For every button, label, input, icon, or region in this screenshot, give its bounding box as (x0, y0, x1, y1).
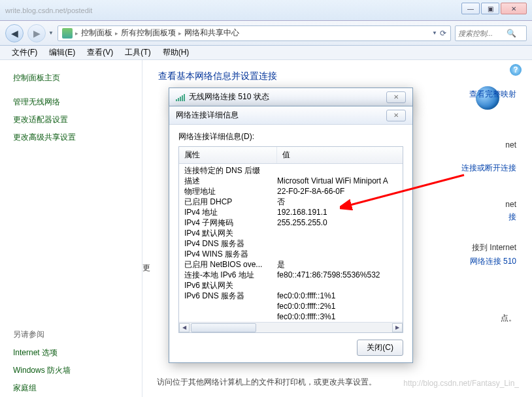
dot-label: 点。 (461, 313, 516, 324)
history-dropdown-icon[interactable]: ▼ (48, 30, 54, 36)
bottom-text: 访问位于其他网络计算机上的文件和打印机，或更改共享设置。 (157, 377, 376, 388)
cell-value (277, 249, 397, 259)
help-icon[interactable]: ? (510, 64, 522, 76)
window-controls: — ▣ ✕ (461, 3, 527, 14)
menu-file[interactable]: 文件(F) (7, 46, 42, 59)
scroll-thumb[interactable] (191, 323, 256, 332)
breadcrumb-dropdown-icon[interactable]: ▼ (432, 30, 437, 36)
table-row[interactable]: 物理地址22-F0-2F-8A-66-0F (179, 186, 403, 197)
net-label: net (505, 140, 516, 150)
table-row[interactable]: IPv4 默认网关 (179, 228, 403, 238)
cell-value: Microsoft Virtual WiFi Miniport A (277, 176, 397, 186)
watermark: http://blog.csdn.net/Fantasy_Lin_ (403, 379, 519, 388)
cell-value: 是 (277, 259, 397, 270)
breadcrumb-sep: ▸ (75, 30, 78, 37)
table-row[interactable]: IPv4 DNS 服务器 (179, 238, 403, 249)
menu-tools[interactable]: 工具(T) (120, 46, 156, 59)
table-row[interactable]: 描述Microsoft Virtual WiFi Miniport A (179, 176, 403, 186)
table-row[interactable]: fec0:0:0:ffff::2%1 (179, 301, 403, 311)
cell-property: IPv4 子网掩码 (184, 217, 277, 228)
refresh-icon[interactable]: ⟳ (440, 29, 446, 38)
extra-link[interactable]: 接 (461, 212, 516, 223)
sidebar: 控制面板主页 管理无线网络 更改适配器设置 更改高级共享设置 另请参阅 Inte… (0, 60, 142, 397)
cell-property: IPv6 默认网关 (184, 280, 277, 291)
table-row[interactable]: IPv6 默认网关 (179, 280, 403, 291)
network-details-dialog: 网络连接详细信息 ✕ 网络连接详细信息(D): 属性 值 连接特定的 DNS 后… (169, 106, 413, 363)
table-row[interactable]: IPv4 地址192.168.191.1 (179, 207, 403, 217)
breadcrumb-item[interactable]: 控制面板 (81, 27, 112, 39)
cell-property: IPv4 WINS 服务器 (184, 249, 277, 259)
menu-view[interactable]: 查看(V) (82, 46, 118, 59)
cell-value: fec0:0:0:ffff::1%1 (277, 291, 397, 301)
menu-help[interactable]: 帮助(H) (158, 46, 195, 59)
nav-toolbar: ◀ ▶ ▼ ▸ 控制面板 ▸ 所有控制面板项 ▸ 网络和共享中心 ▼ ⟳ 🔍 (0, 21, 532, 46)
cell-property: IPv4 地址 (184, 207, 277, 217)
partial-text: 更 (142, 262, 150, 274)
col-value[interactable]: 值 (277, 147, 403, 163)
breadcrumb-item[interactable]: 所有控制面板项 (121, 27, 176, 39)
cell-property (184, 301, 277, 311)
col-property[interactable]: 属性 (179, 147, 277, 163)
search-box[interactable]: 🔍 (455, 25, 527, 41)
detail-table: 属性 值 连接特定的 DNS 后缀描述Microsoft Virtual WiF… (178, 146, 403, 333)
table-row[interactable]: IPv6 DNS 服务器fec0:0:0:ffff::1%1 (179, 291, 403, 301)
table-row[interactable]: IPv4 WINS 服务器 (179, 249, 403, 259)
search-icon[interactable]: 🔍 (507, 29, 516, 38)
horizontal-scrollbar[interactable]: ◀ ▶ (179, 322, 403, 332)
cell-value: 255.255.255.0 (277, 217, 397, 228)
dialog-titlebar[interactable]: 无线网络连接 510 状态 ✕ (169, 88, 412, 106)
cell-property: 已启用 NetBIOS ove... (184, 259, 277, 270)
search-input[interactable] (458, 29, 504, 37)
cell-property: IPv6 DNS 服务器 (184, 291, 277, 301)
cell-property: 物理地址 (184, 186, 277, 197)
table-header: 属性 值 (179, 147, 403, 164)
cell-value (277, 228, 397, 238)
connect-disconnect-link[interactable]: 连接或断开连接 (461, 163, 516, 174)
scroll-right-icon[interactable]: ▶ (392, 323, 403, 332)
sidebar-home[interactable]: 控制面板主页 (0, 69, 142, 87)
full-map-link[interactable]: 查看完整映射 (461, 89, 516, 100)
breadcrumb-sep: ▸ (178, 30, 182, 37)
cell-property: 连接特定的 DNS 后缀 (184, 165, 277, 176)
table-row[interactable]: 已启用 NetBIOS ove...是 (179, 259, 403, 270)
dialog-title-text: 网络连接详细信息 (176, 110, 239, 121)
cell-property: 描述 (184, 176, 277, 186)
dialog-close-button[interactable]: ✕ (386, 110, 406, 121)
sidebar-item-internet-options[interactable]: Internet 选项 (0, 344, 142, 362)
cell-property: IPv4 默认网关 (184, 228, 277, 238)
wifi-name-link[interactable]: 网络连接 510 (461, 256, 516, 267)
menu-edit[interactable]: 编辑(E) (44, 46, 80, 59)
sidebar-item-homegroup[interactable]: 家庭组 (0, 379, 142, 397)
sidebar-item-adapter[interactable]: 更改适配器设置 (0, 111, 142, 129)
table-rows: 连接特定的 DNS 后缀描述Microsoft Virtual WiFi Min… (179, 164, 403, 333)
sidebar-item-wireless[interactable]: 管理无线网络 (0, 93, 142, 111)
browser-url: write.blog.csdn.net/postedit (5, 7, 92, 14)
net-label-2: net (461, 200, 516, 209)
maximize-button[interactable]: ▣ (481, 3, 499, 14)
dialog-titlebar[interactable]: 网络连接详细信息 ✕ (169, 106, 412, 125)
cell-value (277, 165, 397, 176)
see-also-title: 另请参阅 (0, 329, 142, 340)
dialog-title-text: 无线网络连接 510 状态 (189, 91, 269, 103)
back-button[interactable]: ◀ (5, 24, 24, 42)
cell-value: fec0:0:0:ffff::2%1 (277, 301, 397, 311)
cell-value: 192.168.191.1 (277, 207, 397, 217)
detail-label: 网络连接详细信息(D): (178, 131, 403, 142)
close-button[interactable]: ✕ (501, 3, 527, 14)
scroll-left-icon[interactable]: ◀ (179, 323, 190, 332)
back-icon: ◀ (11, 28, 18, 39)
dialog-close-button[interactable]: ✕ (386, 91, 406, 103)
table-row[interactable]: 已启用 DHCP否 (179, 197, 403, 207)
breadcrumb[interactable]: ▸ 控制面板 ▸ 所有控制面板项 ▸ 网络和共享中心 ▼ ⟳ (58, 25, 451, 41)
table-row[interactable]: IPv4 子网掩码255.255.255.0 (179, 217, 403, 228)
table-row[interactable]: fec0:0:0:ffff::3%1 (179, 311, 403, 322)
sidebar-item-sharing[interactable]: 更改高级共享设置 (0, 129, 142, 146)
forward-icon: ▶ (33, 28, 41, 39)
breadcrumb-item[interactable]: 网络和共享中心 (184, 27, 239, 39)
table-row[interactable]: 连接-本地 IPv6 地址fe80::471:86:7598:5536%532 (179, 270, 403, 280)
minimize-button[interactable]: — (461, 3, 480, 14)
close-button[interactable]: 关闭(C) (357, 340, 403, 356)
table-row[interactable]: 连接特定的 DNS 后缀 (179, 165, 403, 176)
sidebar-item-firewall[interactable]: Windows 防火墙 (0, 362, 142, 379)
forward-button[interactable]: ▶ (27, 24, 46, 42)
